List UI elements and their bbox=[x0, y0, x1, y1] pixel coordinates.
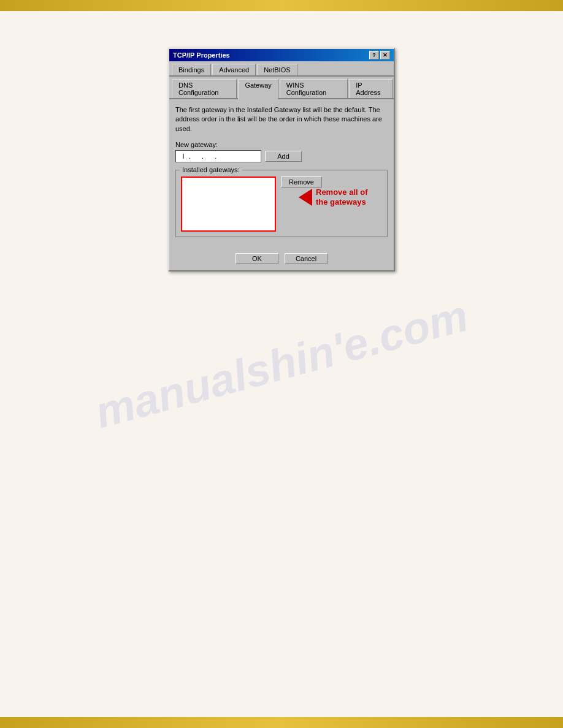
tab-netbios[interactable]: NetBIOS bbox=[257, 64, 297, 75]
dialog-footer: OK Cancel bbox=[169, 248, 394, 270]
installed-gateways-listbox[interactable] bbox=[181, 176, 276, 232]
tab-row-1: Bindings Advanced NetBIOS bbox=[169, 61, 394, 77]
gateway-input-group: . . . bbox=[175, 150, 261, 162]
titlebar-controls: ? ✕ bbox=[369, 51, 390, 59]
installed-gateways-group: Installed gateways: Remove Remove all of… bbox=[175, 170, 388, 237]
help-button[interactable]: ? bbox=[369, 51, 379, 59]
installed-inner: Remove Remove all ofthe gateways bbox=[181, 176, 382, 232]
annotation-text: Remove all ofthe gateways bbox=[316, 188, 368, 207]
bottom-bar bbox=[0, 717, 563, 728]
dialog-body: The first gateway in the Installed Gatew… bbox=[169, 99, 394, 248]
add-button[interactable]: Add bbox=[265, 151, 302, 162]
remove-annotation: Remove all ofthe gateways bbox=[299, 188, 368, 207]
top-bar bbox=[0, 0, 563, 11]
dialog-titlebar: TCP/IP Properties ? ✕ bbox=[169, 49, 394, 61]
installed-gateways-label: Installed gateways: bbox=[180, 166, 242, 173]
watermark: manualshin'e.com bbox=[90, 290, 473, 438]
gateway-octet-4[interactable] bbox=[216, 153, 235, 160]
tab-dns-configuration[interactable]: DNS Configuration bbox=[172, 79, 237, 98]
dialog-title: TCP/IP Properties bbox=[173, 51, 230, 59]
tcp-ip-properties-dialog: TCP/IP Properties ? ✕ Bindings Advanced … bbox=[168, 48, 395, 271]
tab-bindings[interactable]: Bindings bbox=[172, 64, 211, 75]
tabs-container: Bindings Advanced NetBIOS DNS Configurat… bbox=[169, 61, 394, 99]
tab-ip-address[interactable]: IP Address bbox=[349, 79, 393, 98]
gateway-row: . . . Add bbox=[175, 150, 388, 162]
description-text: The first gateway in the Installed Gatew… bbox=[175, 105, 388, 134]
arrow-icon bbox=[299, 189, 312, 206]
tab-wins-configuration[interactable]: WINS Configuration bbox=[280, 79, 348, 98]
gateway-octet-1[interactable] bbox=[178, 153, 189, 160]
page-content: manualshin'e.com TCP/IP Properties ? ✕ B… bbox=[0, 11, 563, 717]
new-gateway-label: New gateway: bbox=[175, 141, 388, 148]
tab-row-2: DNS Configuration Gateway WINS Configura… bbox=[169, 77, 394, 99]
gateway-octet-3[interactable] bbox=[204, 153, 215, 160]
tab-advanced[interactable]: Advanced bbox=[212, 64, 256, 75]
remove-button[interactable]: Remove bbox=[281, 176, 322, 188]
gateway-octet-2[interactable] bbox=[191, 153, 202, 160]
ok-button[interactable]: OK bbox=[236, 253, 278, 264]
cancel-button[interactable]: Cancel bbox=[285, 253, 327, 264]
tab-gateway[interactable]: Gateway bbox=[238, 79, 278, 99]
close-button[interactable]: ✕ bbox=[380, 51, 390, 59]
